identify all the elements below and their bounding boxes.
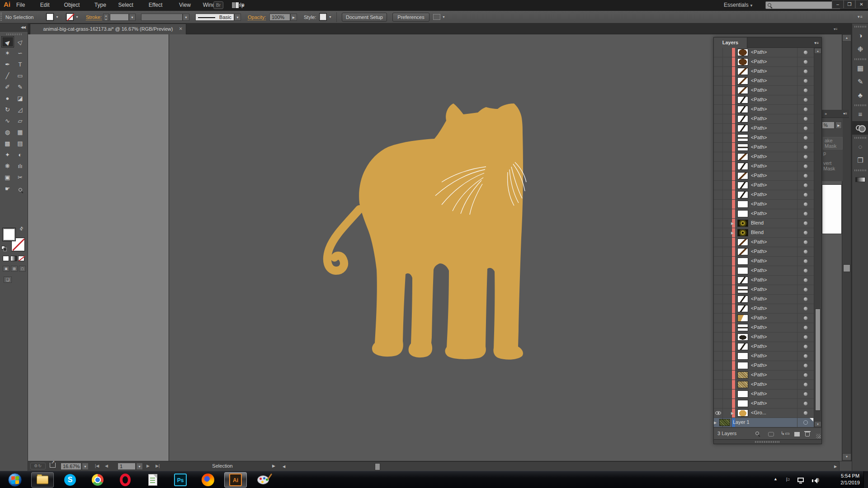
layer-label[interactable]: <Path> xyxy=(751,267,767,273)
target-cell[interactable] xyxy=(797,162,813,171)
layer-label[interactable]: <Path> xyxy=(751,135,767,140)
stroke-dropdown[interactable]: ▼ xyxy=(75,15,80,19)
layer-thumbnail[interactable] xyxy=(737,77,748,84)
lock-cell[interactable] xyxy=(723,285,732,294)
layer-label[interactable]: Blend xyxy=(751,230,764,235)
layer-label[interactable]: <Path> xyxy=(751,97,767,102)
layer-label[interactable]: <Path> xyxy=(751,334,767,339)
layer-label[interactable]: <Path> xyxy=(751,381,767,387)
control-bar-menu-icon[interactable]: ▾≡ xyxy=(858,14,863,19)
panel-drag-dots[interactable] xyxy=(854,169,866,171)
horizontal-scrollbar[interactable]: ◀ ▶ xyxy=(280,461,839,471)
lock-cell[interactable] xyxy=(723,219,732,228)
layer-row[interactable]: <Path> xyxy=(714,247,821,257)
opacity-percent-field[interactable]: % xyxy=(822,122,835,129)
layer-row[interactable]: <Path> xyxy=(714,399,821,408)
graphic-styles-panel-icon[interactable]: ❐ xyxy=(852,154,868,167)
layer-row[interactable]: <Path> xyxy=(714,342,821,352)
layer-row[interactable]: <Path> xyxy=(714,257,821,266)
zoom-level-field[interactable]: 16.67% xyxy=(61,463,81,470)
layer-label[interactable]: <Path> xyxy=(751,192,767,197)
layer-thumbnail[interactable] xyxy=(737,229,748,236)
stroke-panel-icon[interactable]: ≡ xyxy=(852,108,868,121)
zoom-dropdown[interactable]: ▼ xyxy=(82,463,89,470)
target-circle-icon[interactable] xyxy=(803,325,808,330)
visibility-cell[interactable] xyxy=(714,238,723,247)
lock-cell[interactable] xyxy=(723,76,732,85)
target-circle-icon[interactable] xyxy=(803,268,808,273)
expand-triangle-icon[interactable]: ▶ xyxy=(731,221,734,225)
target-cell[interactable] xyxy=(797,76,813,85)
taskbar-opera[interactable] xyxy=(114,472,137,488)
layer-row[interactable]: <Path> xyxy=(714,162,821,171)
scroll-down-icon[interactable]: ▼ xyxy=(842,453,851,460)
target-cell[interactable] xyxy=(797,48,813,57)
lasso-tool[interactable]: ∽ xyxy=(14,47,27,59)
symbols-panel-icon[interactable]: ♣ xyxy=(852,89,868,102)
layer-thumbnail[interactable] xyxy=(737,134,748,141)
layers-scrollbar[interactable]: ▲ ▼ xyxy=(814,48,821,427)
default-fill-stroke-icon[interactable] xyxy=(1,246,7,251)
prev-artboard-icon[interactable]: ◀ xyxy=(105,464,108,468)
layer-thumbnail[interactable] xyxy=(737,182,748,189)
visibility-cell[interactable] xyxy=(714,114,723,123)
target-cell[interactable] xyxy=(797,257,813,266)
panel-menu-icon[interactable]: ▾≡ xyxy=(843,112,847,116)
layer-label[interactable]: Blend xyxy=(751,220,764,225)
target-cell[interactable] xyxy=(797,209,813,218)
visibility-cell[interactable] xyxy=(714,342,723,351)
target-cell[interactable] xyxy=(797,361,813,370)
brush-dropdown[interactable]: ▼ xyxy=(234,14,241,21)
visibility-cell[interactable] xyxy=(714,276,723,285)
visibility-cell[interactable] xyxy=(714,295,723,304)
lock-cell[interactable] xyxy=(723,333,732,342)
layer-label[interactable]: <Path> xyxy=(751,391,767,396)
lock-cell[interactable] xyxy=(723,133,732,142)
lock-cell[interactable] xyxy=(723,228,732,237)
opacity-spinner[interactable]: ▶ xyxy=(290,14,297,21)
cat-silhouette[interactable] xyxy=(319,103,527,365)
layer-thumbnail[interactable] xyxy=(737,201,748,208)
layer-thumbnail[interactable] xyxy=(737,277,748,284)
visibility-cell[interactable] xyxy=(714,266,723,275)
style-dropdown[interactable]: ▼ xyxy=(328,15,333,19)
layer-label[interactable]: <Path> xyxy=(751,305,767,311)
taskbar-chrome[interactable] xyxy=(86,472,109,488)
target-circle-icon[interactable] xyxy=(803,117,808,121)
visibility-cell[interactable] xyxy=(714,133,723,142)
clock[interactable]: 5:54 PM 2/1/2019 xyxy=(840,473,860,486)
visibility-cell[interactable] xyxy=(714,285,723,294)
layer-thumbnail[interactable] xyxy=(737,49,748,56)
layer-thumbnail[interactable] xyxy=(737,144,748,151)
target-circle-icon[interactable] xyxy=(803,401,808,406)
layer-row[interactable]: <Path> xyxy=(714,352,821,361)
target-circle-icon[interactable] xyxy=(803,69,808,74)
layer-row[interactable]: <Path> xyxy=(714,266,821,276)
first-artboard-icon[interactable]: |◀ xyxy=(95,464,99,468)
line-segment-tool[interactable]: ╱ xyxy=(1,70,14,81)
network-icon[interactable] xyxy=(797,478,804,482)
gradient-button[interactable] xyxy=(10,256,17,261)
lock-cell[interactable] xyxy=(723,342,732,351)
width-tool[interactable]: ∿ xyxy=(1,115,14,127)
layer-thumbnail[interactable] xyxy=(737,106,748,113)
layer-thumbnail[interactable] xyxy=(737,286,748,293)
layer-row[interactable]: <Path> xyxy=(714,152,821,162)
lock-cell[interactable] xyxy=(723,95,732,104)
layer-thumbnail[interactable] xyxy=(737,125,748,132)
target-circle-icon[interactable] xyxy=(803,354,808,358)
menu-object[interactable]: Object xyxy=(64,2,80,8)
layer-row[interactable]: <Path> xyxy=(714,361,821,371)
target-cell[interactable] xyxy=(797,352,813,361)
visibility-cell[interactable] xyxy=(714,124,723,133)
layer-row[interactable]: <Path> xyxy=(714,380,821,389)
panel-drag-dots[interactable] xyxy=(854,58,866,60)
layer-label[interactable]: <Path> xyxy=(751,78,767,83)
layer-row[interactable]: <Path> xyxy=(714,181,821,190)
target-circle-icon[interactable] xyxy=(803,202,808,206)
layer-row[interactable]: <Path> xyxy=(714,276,821,285)
opacity-spinner-icon[interactable]: ▶ xyxy=(835,122,842,129)
target-cell[interactable] xyxy=(797,95,813,104)
menu-edit[interactable]: Edit xyxy=(40,2,50,8)
eraser-tool[interactable]: ◪ xyxy=(14,93,27,104)
